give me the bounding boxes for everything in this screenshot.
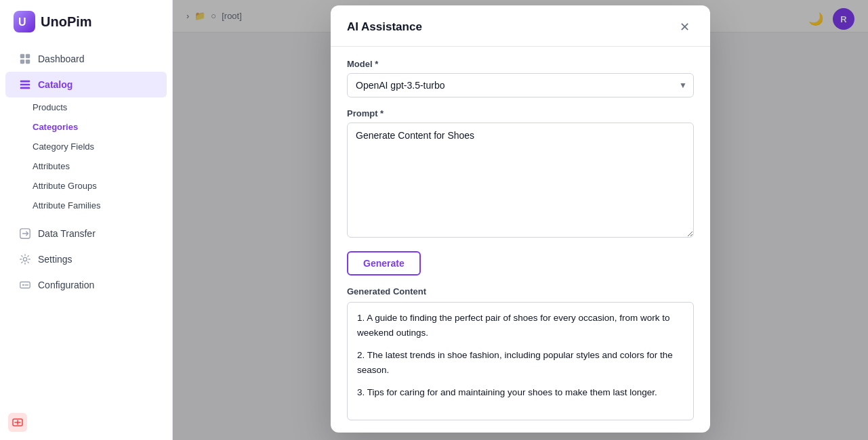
svg-rect-2 [20,54,24,58]
dashboard-icon [19,53,31,65]
modal-body[interactable]: Model * OpenAI gpt-3.5-turbo ▼ Prompt * … [331,47,710,433]
sidebar-sub-categories[interactable]: Categories [0,117,172,137]
close-button[interactable]: ✕ [675,18,694,37]
generated-line-3: 3. Tips for caring for and maintaining y… [357,385,684,400]
sidebar-item-dashboard[interactable]: Dashboard [5,46,167,72]
logo-icon: U [14,11,35,32]
generated-line-1: 1. A guide to finding the perfect pair o… [357,311,684,340]
bottom-icon[interactable] [8,413,27,432]
generate-button[interactable]: Generate [347,251,421,276]
model-select-wrapper: OpenAI gpt-3.5-turbo ▼ [347,73,694,97]
catalog-label: Catalog [38,79,73,90]
sidebar-item-settings[interactable]: Settings [5,246,167,272]
svg-rect-5 [26,60,30,64]
sidebar-sub-attribute-families[interactable]: Attribute Families [0,196,172,215]
svg-rect-3 [26,54,30,58]
modal-header: AI Assistance ✕ [331,5,710,47]
catalog-icon [19,79,31,91]
generated-line-2: 2. The latest trends in shoe fashion, in… [357,348,684,377]
sidebar: U UnoPim Dashboard Catalog Products Cate… [0,0,173,440]
logo-area: U UnoPim [0,0,172,43]
bottom-icon-svg [12,417,23,428]
configuration-icon [19,279,31,291]
svg-rect-4 [20,60,24,64]
generated-content-box: 1. A guide to finding the perfect pair o… [347,302,694,420]
sidebar-item-data-transfer[interactable]: Data Transfer [5,221,167,246]
logo-text: UnoPim [41,14,92,30]
svg-point-12 [22,284,24,286]
svg-rect-7 [20,84,30,86]
prompt-label: Prompt * [347,108,694,118]
prompt-textarea[interactable]: Generate Content for Shoes [347,123,694,238]
settings-label: Settings [38,254,73,265]
data-transfer-icon [19,227,31,240]
svg-rect-8 [20,87,30,89]
sidebar-sub-attribute-groups[interactable]: Attribute Groups [0,176,172,196]
ai-assistance-modal: AI Assistance ✕ Model * OpenAI gpt-3.5-t… [331,5,710,433]
sidebar-sub-products[interactable]: Products [0,97,172,117]
sidebar-item-catalog[interactable]: Catalog [5,72,167,97]
modal-title: AI Assistance [347,20,422,34]
configuration-label: Configuration [38,280,94,290]
model-field-group: Model * OpenAI gpt-3.5-turbo ▼ [347,59,694,97]
model-select[interactable]: OpenAI gpt-3.5-turbo [347,73,694,97]
data-transfer-label: Data Transfer [38,228,96,239]
sidebar-sub-category-fields[interactable]: Category Fields [0,137,172,156]
dashboard-label: Dashboard [38,53,85,64]
settings-icon [19,253,31,265]
generated-content-label: Generated Content [347,286,694,296]
svg-rect-6 [20,81,30,83]
sidebar-item-configuration[interactable]: Configuration [5,272,167,298]
svg-text:U: U [18,16,26,28]
nav-section: Dashboard Catalog Products Categories Ca… [0,46,172,298]
sidebar-sub-attributes[interactable]: Attributes [0,156,172,176]
modal-backdrop: AI Assistance ✕ Model * OpenAI gpt-3.5-t… [173,0,868,440]
svg-point-10 [23,257,26,261]
model-label: Model * [347,59,694,69]
prompt-field-group: Prompt * Generate Content for Shoes [347,108,694,240]
